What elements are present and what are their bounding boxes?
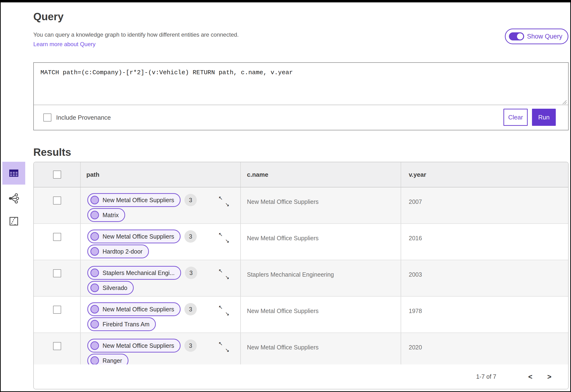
arrow-down-right-icon: ↘ [225,201,229,207]
query-editor-panel: MATCH path=(c:Company)-[r*2]-(v:Vehicle)… [33,62,569,130]
results-table: path c.name v.year New Metal Office Supp… [33,162,569,389]
path-node-label: Matrix [102,212,119,219]
path-node-pill[interactable]: Matrix [87,208,125,222]
path-node-pill[interactable]: Ranger [87,354,128,364]
select-all-checkbox[interactable] [53,170,61,179]
arrow-down-right-icon: ↘ [225,274,229,280]
node-icon [90,283,99,292]
path-node-label: Staplers Mechanical Engi... [102,269,175,276]
path-node-pill[interactable]: Hardtop 2-door [87,245,149,258]
path-count-badge: 3 [185,267,197,279]
table-row: New Metal Office Suppliers 3 Matrix ↖ ↘ … [34,187,568,224]
pagination-label: 1-7 of 7 [476,373,496,380]
table-row: New Metal Office Suppliers 3 Ranger ↖ ↘ … [34,333,568,364]
path-cell: New Metal Office Suppliers 3 Firebird Tr… [81,297,241,333]
arrow-up-left-icon: ↖ [218,231,223,238]
arrow-down-right-icon: ↘ [225,347,229,353]
table-row: Staplers Mechanical Engi... 3 Silverado … [34,260,568,297]
vyear-cell: 2016 [401,224,568,260]
path-node-pill[interactable]: Staplers Mechanical Engi... [87,266,181,280]
path-count-badge: 3 [184,230,197,243]
path-node-label: Hardtop 2-door [102,248,143,255]
expand-path-icon[interactable]: ↖ ↘ [218,268,229,280]
cname-cell: New Metal Office Suppliers [241,224,401,260]
arrow-down-right-icon: ↘ [225,238,229,244]
chevron-right-icon: > [547,373,552,381]
include-provenance-label: Include Provenance [56,114,111,121]
show-query-label: Show Query [527,33,562,40]
node-icon [90,247,99,256]
page-title: Query [33,11,64,23]
table-row: New Metal Office Suppliers 3 Hardtop 2-d… [34,224,568,260]
table-header-row: path c.name v.year [34,162,568,187]
path-node-label: Firebird Trans Am [102,321,149,328]
results-title: Results [33,146,71,158]
expand-path-icon[interactable]: ↖ ↘ [218,341,229,353]
path-cell: New Metal Office Suppliers 3 Hardtop 2-d… [81,224,241,260]
node-icon [90,196,99,204]
cname-cell: New Metal Office Suppliers [241,187,401,223]
row-checkbox[interactable] [53,196,61,205]
path-cell: New Metal Office Suppliers 3 Ranger ↖ ↘ [81,333,241,364]
expand-path-icon[interactable]: ↖ ↘ [218,195,229,207]
run-button[interactable]: Run [532,109,556,126]
row-checkbox[interactable] [53,342,61,350]
cname-cell: Staplers Mechanical Engineering [241,260,401,296]
learn-more-link[interactable]: Learn more about Query [33,41,95,48]
table-view-button[interactable] [2,162,25,185]
cname-cell: New Metal Office Suppliers [241,297,401,333]
vyear-cell: 1978 [401,297,568,333]
column-header-path[interactable]: path [81,162,241,187]
chevron-left-icon: < [528,373,532,381]
toggle-knob [517,33,523,40]
expand-path-icon[interactable]: ↖ ↘ [218,304,229,317]
column-header-cname[interactable]: c.name [241,162,401,187]
column-header-vyear[interactable]: v.year [401,162,568,187]
row-checkbox[interactable] [53,306,61,314]
path-count-badge: 3 [184,194,197,206]
path-node-pill[interactable]: Silverado [87,281,134,295]
path-node-pill[interactable]: New Metal Office Suppliers [87,193,181,207]
query-page: Query You can query a knowledge graph to… [0,0,571,392]
table-body: New Metal Office Suppliers 3 Matrix ↖ ↘ … [34,187,568,364]
path-node-pill[interactable]: Firebird Trans Am [87,317,156,331]
show-query-toggle[interactable]: Show Query [505,28,568,44]
arrow-up-left-icon: ↖ [218,341,223,347]
toggle-on-icon [509,32,524,41]
include-provenance-checkbox[interactable] [43,113,51,122]
path-cell: New Metal Office Suppliers 3 Matrix ↖ ↘ [81,187,241,223]
vyear-cell: 2007 [401,187,568,223]
vyear-cell: 2003 [401,260,568,296]
node-icon [90,320,99,328]
path-node-label: Ranger [102,357,122,364]
path-node-pill[interactable]: New Metal Office Suppliers [87,230,181,243]
expand-path-icon[interactable]: ↖ ↘ [218,231,229,244]
graph-view-button[interactable] [2,189,25,207]
node-icon [90,341,99,350]
query-editor-footer: Include Provenance Clear Run [34,105,568,130]
query-input[interactable]: MATCH path=(c:Company)-[r*2]-(v:Vehicle)… [34,63,568,105]
path-node-label: Silverado [102,284,127,291]
row-checkbox[interactable] [53,269,61,277]
arrow-down-right-icon: ↘ [225,311,229,317]
clear-button[interactable]: Clear [503,109,528,126]
path-count-badge: 3 [184,303,197,315]
table-row: New Metal Office Suppliers 3 Firebird Tr… [34,297,568,333]
graph-view-icon [8,193,19,204]
path-node-pill[interactable]: New Metal Office Suppliers [87,339,181,352]
pagination-bar: 1-7 of 7 < > [34,364,568,389]
node-icon [90,268,99,277]
pagination-next-button[interactable]: > [544,373,555,381]
table-view-icon [8,168,19,179]
node-icon [90,232,99,241]
path-node-label: New Metal Office Suppliers [102,197,174,204]
row-checkbox[interactable] [53,233,61,241]
node-icon [90,356,99,364]
path-node-label: New Metal Office Suppliers [102,342,174,349]
pagination-prev-button[interactable]: < [525,373,536,381]
path-node-pill[interactable]: New Metal Office Suppliers [87,302,181,316]
node-icon [90,305,99,313]
resize-handle-icon[interactable] [561,99,567,105]
map-view-button[interactable] [2,212,25,230]
map-view-icon [8,216,19,227]
